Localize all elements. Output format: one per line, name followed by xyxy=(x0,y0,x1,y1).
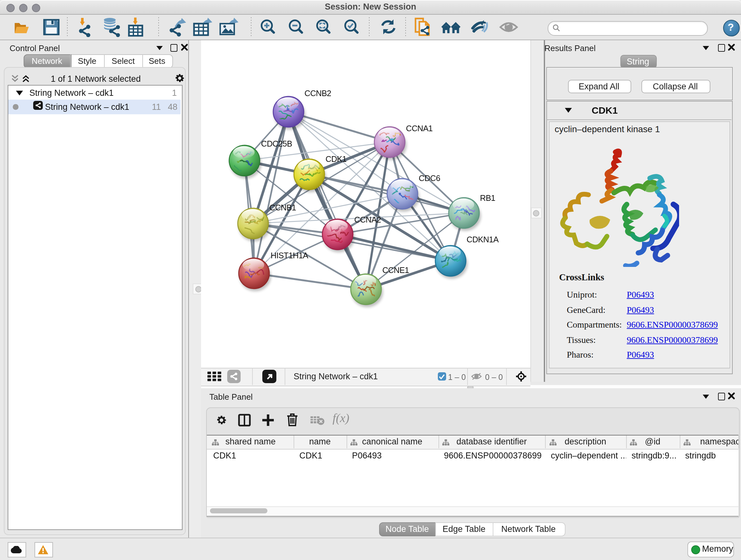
svg-text:CCNA2: CCNA2 xyxy=(354,215,381,224)
svg-text:CDK1: CDK1 xyxy=(326,154,347,163)
svg-text:CDC6: CDC6 xyxy=(419,173,441,182)
svg-text:CCNB1: CCNB1 xyxy=(269,203,296,212)
svg-text:CCNA1: CCNA1 xyxy=(406,124,433,132)
svg-text:CCNE1: CCNE1 xyxy=(382,265,409,274)
svg-text:CCNB2: CCNB2 xyxy=(305,88,331,98)
svg-text:RB1: RB1 xyxy=(480,193,495,202)
svg-text:CDC25B: CDC25B xyxy=(261,139,292,148)
svg-text:CDKN1A: CDKN1A xyxy=(467,235,499,244)
svg-text:HIST1H1A: HIST1H1A xyxy=(271,251,309,260)
